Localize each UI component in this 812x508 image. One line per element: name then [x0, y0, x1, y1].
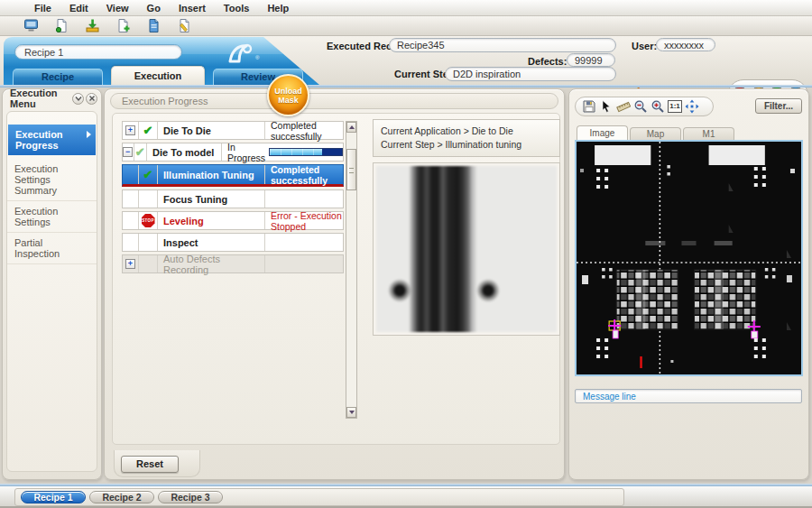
collapse-menu-button[interactable] — [72, 93, 84, 105]
expander-button[interactable]: − — [123, 147, 133, 157]
message-line-field: Message line — [575, 389, 802, 403]
unload-mask-button[interactable]: Unload Mask — [267, 74, 309, 116]
current-step-line: Current Step > Illumination tuning — [381, 138, 552, 152]
tab[interactable]: Image — [577, 125, 628, 141]
defects-field: 99999 — [567, 53, 615, 67]
user-field: xxxxxxxx — [656, 38, 715, 51]
menu-item[interactable]: Go — [138, 2, 170, 14]
mask-map-view[interactable] — [575, 140, 803, 376]
inspection-image — [373, 162, 560, 336]
table-row[interactable]: + Auto Defects Recording — [122, 254, 344, 273]
pointer-icon[interactable] — [599, 99, 614, 114]
sidebar-item[interactable]: Execution Progress — [8, 125, 96, 155]
zoom-in-icon[interactable] — [651, 99, 665, 114]
expander-button[interactable]: + — [125, 125, 135, 135]
step-status: Completed successfully — [271, 120, 343, 142]
reset-button[interactable]: Reset — [121, 456, 179, 473]
header-divider — [0, 85, 812, 88]
step-progress-bar — [269, 148, 343, 156]
table-row[interactable]: STOP Leveling Error - Execution Stopped — [122, 211, 344, 230]
one-to-one-icon[interactable]: 1:1 — [668, 100, 682, 113]
ruler-icon[interactable] — [616, 99, 631, 114]
table-row[interactable]: ✔ Illumination Tuning Completed successf… — [122, 164, 344, 187]
recipe-name-input[interactable] — [14, 44, 182, 60]
current-step-field: D2D inspiration — [445, 67, 616, 81]
execution-steps-table: + ✔ Die To Die Completed successfully — [122, 121, 344, 276]
save-image-icon[interactable] — [582, 99, 596, 114]
menu-item[interactable]: Tools — [215, 2, 259, 14]
menu-bar: FileEditViewGoInsertToolsHelp — [0, 0, 812, 16]
step-status: Completed successfully — [271, 164, 343, 186]
execution-menu-list: Execution ProgressExecution Settings Sum… — [6, 111, 97, 472]
current-context-box: Current Application > Die to Die Current… — [373, 119, 560, 157]
filter-button[interactable]: Filter... — [755, 98, 802, 114]
sidebar-item[interactable]: Execution Settings — [7, 201, 97, 233]
defects-label: Defects: — [528, 56, 567, 67]
image-map-panel: 1:1 Filter... ImageMapM1 — [568, 88, 809, 480]
table-row[interactable]: − ✔ Die To model In Progress — [122, 143, 344, 162]
recipe-tab[interactable]: Recipe 3 — [158, 491, 223, 503]
scrollbar-thumb[interactable] — [346, 149, 356, 190]
export-file-icon[interactable] — [54, 18, 69, 33]
edit-file-icon[interactable] — [177, 18, 192, 33]
pan-icon[interactable] — [685, 99, 699, 114]
check-icon: ✔ — [135, 146, 145, 158]
unload-mask-label-line2: Mask — [269, 96, 308, 105]
step-name: Focus Tuning — [158, 190, 264, 208]
menu-item[interactable]: View — [97, 2, 138, 14]
sidebar-item[interactable]: Partial Inspection — [7, 233, 97, 264]
execution-menu-panel: Execution Menu Execution ProgressExecuti… — [2, 88, 102, 480]
current-application-line: Current Application > Die to Die — [381, 125, 552, 138]
brand-logo — [227, 42, 254, 64]
expander-button[interactable]: + — [125, 259, 135, 269]
table-row[interactable]: Focus Tuning — [122, 189, 344, 208]
step-name: Auto Defects Recording — [158, 255, 264, 272]
tab[interactable]: Recipe — [13, 69, 103, 85]
menu-item[interactable]: Edit — [60, 2, 97, 14]
check-icon: ✔ — [143, 169, 153, 180]
tab[interactable]: Execution — [111, 66, 205, 85]
recipe-view-tabs: RecipeExecutionReview — [13, 66, 303, 85]
import-tray-icon[interactable] — [85, 18, 100, 33]
bottom-tab-bar: Recipe 1Recipe 2Recipe 3 — [0, 486, 812, 508]
menu-item[interactable]: File — [25, 2, 60, 14]
check-icon: ✔ — [143, 125, 153, 136]
triangle-up-icon — [349, 125, 355, 129]
scroll-up-button[interactable] — [346, 122, 356, 133]
step-name: Die To model — [147, 143, 221, 161]
stop-icon: STOP — [142, 214, 155, 227]
table-row[interactable]: Inspect — [122, 233, 344, 252]
menu-item[interactable]: Help — [258, 2, 298, 14]
close-menu-button[interactable] — [86, 93, 97, 105]
execution-menu-title: Execution Menu — [10, 88, 70, 109]
application-window: FileEditViewGoInsertToolsHelp — [0, 0, 812, 508]
step-status: Error - Execution Stopped — [271, 210, 343, 232]
execution-progress-panel: Execution Progress + ✔ Die To Die Comple… — [104, 88, 565, 480]
add-file-icon[interactable] — [115, 18, 131, 33]
menu-item[interactable]: Insert — [170, 2, 215, 14]
registered-mark: ® — [255, 55, 259, 60]
inspection-image-content — [376, 166, 557, 332]
open-file-icon[interactable] — [146, 18, 161, 33]
header-strip: ® RecipeExecutionReview Unload Mask Exec… — [0, 36, 812, 85]
unload-mask-label-line1: Unload — [269, 87, 308, 96]
panel-title: Execution Progress — [110, 93, 558, 109]
mask-map-image — [577, 142, 801, 374]
recipe-tab[interactable]: Recipe 2 — [89, 491, 154, 503]
scroll-down-button[interactable] — [346, 407, 356, 418]
close-icon — [88, 95, 96, 102]
tab[interactable]: Map — [630, 127, 681, 141]
user-label: User: — [632, 41, 657, 51]
execution-menu-header: Execution Menu — [3, 89, 101, 107]
zoom-out-icon[interactable] — [633, 99, 648, 114]
table-row[interactable]: + ✔ Die To Die Completed successfully — [122, 121, 344, 140]
steps-scrollbar[interactable] — [346, 121, 357, 419]
image-toolbar: 1:1 — [575, 97, 714, 116]
monitor-icon[interactable] — [23, 18, 39, 33]
open-recipes-tabs: Recipe 1Recipe 2Recipe 3 — [14, 488, 624, 506]
executed-recipe-field: Recipe345 — [389, 38, 616, 52]
step-name: Inspect — [158, 234, 264, 251]
tab[interactable]: M1 — [683, 127, 734, 141]
sidebar-item[interactable]: Execution Settings Summary — [7, 159, 97, 201]
recipe-tab[interactable]: Recipe 1 — [21, 491, 86, 503]
